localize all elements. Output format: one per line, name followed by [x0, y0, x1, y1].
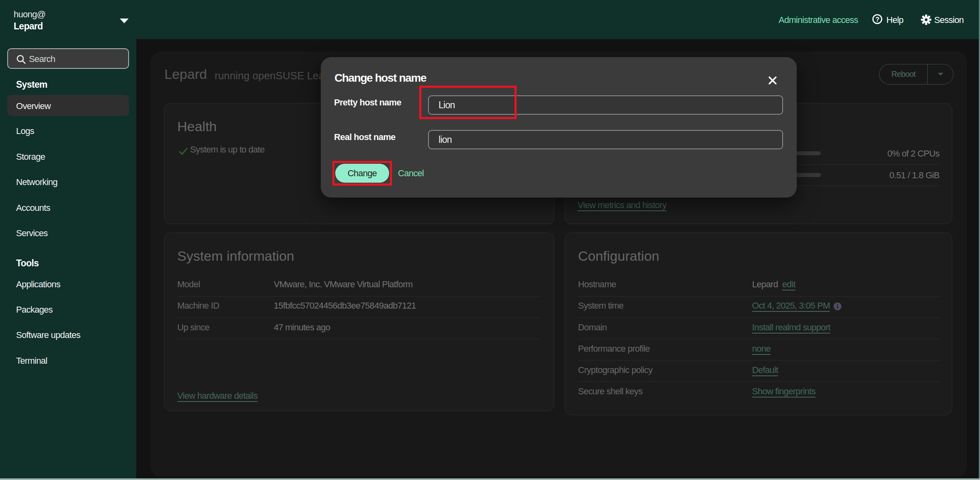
svg-text:?: ? — [875, 16, 880, 23]
